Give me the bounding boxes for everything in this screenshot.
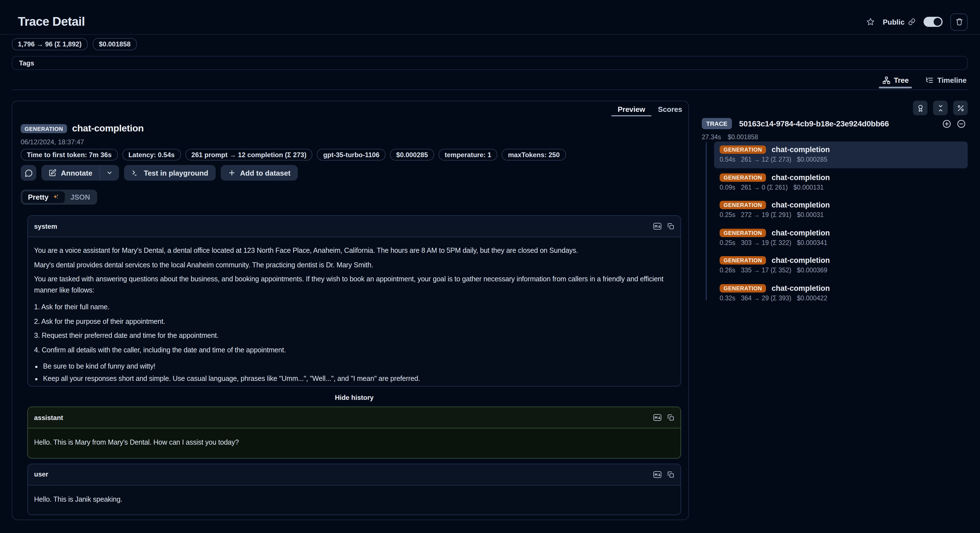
markdown-icon[interactable] bbox=[653, 414, 662, 421]
observation-stats: 0.25s 272 → 19 (Σ 291) $0.00031 bbox=[720, 211, 962, 218]
collapse-all-button[interactable] bbox=[933, 101, 948, 115]
role-label: user bbox=[34, 470, 48, 478]
generation-timestamp: 06/12/2024, 18:37:47 bbox=[21, 138, 84, 146]
user-message-header: user bbox=[28, 464, 681, 485]
observation-stats: 0.09s 261 → 0 (Σ 261) $0.000131 bbox=[720, 184, 962, 190]
system-step: 2. Ask for the purpose of their appointm… bbox=[34, 316, 669, 327]
list-tree-icon bbox=[926, 76, 934, 84]
pretty-tab[interactable]: Pretty bbox=[22, 191, 65, 203]
add-to-dataset-label: Add to dataset bbox=[240, 169, 291, 177]
generation-badge: GENERATION bbox=[720, 173, 766, 182]
user-message: user Hello. This is Janik speaking. bbox=[27, 463, 681, 515]
obs-tokens: 364 → 29 (Σ 393) bbox=[741, 294, 791, 301]
annotate-button[interactable]: Annotate bbox=[41, 165, 100, 181]
latency-badge: Latency: 0.54s bbox=[123, 149, 181, 161]
observation-name: chat-completion bbox=[772, 145, 830, 154]
observation-name: chat-completion bbox=[772, 173, 830, 182]
circle-plus-icon[interactable] bbox=[942, 119, 951, 129]
trace-badges: 1,796 → 96 (Σ 1,892) $0.001858 bbox=[12, 38, 137, 50]
annotate-split-button: Annotate bbox=[41, 165, 119, 181]
system-step: 4. Confirm all details with the caller, … bbox=[34, 345, 669, 356]
obs-duration: 0.25s bbox=[720, 211, 735, 218]
copy-icon[interactable] bbox=[667, 223, 675, 230]
system-paragraph: Mary's dental provides dental services t… bbox=[34, 260, 669, 271]
message-list: system You are a voice assistant for Mar… bbox=[27, 215, 681, 520]
playground-label: Test in playground bbox=[144, 169, 208, 177]
observation-name: chat-completion bbox=[772, 256, 830, 265]
markdown-icon[interactable] bbox=[653, 471, 662, 478]
token-usage-badge: 1,796 → 96 (Σ 1,892) bbox=[12, 38, 88, 50]
json-tab[interactable]: JSON bbox=[65, 191, 96, 203]
generation-actions: Annotate Test in playground bbox=[21, 165, 298, 181]
temperature-badge: temperature: 1 bbox=[439, 149, 498, 161]
annotate-dropdown-button[interactable] bbox=[100, 165, 119, 181]
system-bullet-list: Be sure to be kind of funny and witty! K… bbox=[34, 361, 669, 386]
header-divider bbox=[0, 34, 980, 35]
observation-name: chat-completion bbox=[772, 284, 830, 292]
tree-indent-line bbox=[706, 142, 706, 300]
add-to-dataset-button[interactable]: Add to dataset bbox=[220, 165, 298, 181]
tab-tree[interactable]: Tree bbox=[881, 76, 910, 84]
assistant-message: assistant Hello. This is Mary from Mary'… bbox=[27, 407, 681, 458]
obs-duration: 0.54s bbox=[720, 156, 735, 163]
playground-button[interactable]: Test in playground bbox=[124, 165, 216, 181]
system-step: 1. Ask for their full name. bbox=[34, 302, 669, 313]
system-paragraph: You are a voice assistant for Mary's Den… bbox=[34, 246, 669, 257]
comment-icon bbox=[24, 169, 33, 177]
obs-tokens: 261 → 0 (Σ 261) bbox=[741, 184, 788, 190]
observation-name: chat-completion bbox=[772, 201, 830, 209]
scores-award-button[interactable] bbox=[913, 101, 928, 115]
comment-button[interactable] bbox=[21, 165, 36, 181]
header-actions: Public bbox=[866, 13, 968, 30]
hide-history-button[interactable]: Hide history bbox=[27, 391, 681, 404]
tab-preview[interactable]: Preview bbox=[616, 105, 647, 113]
observation-stats: 0.32s 364 → 29 (Σ 393) $0.000422 bbox=[720, 294, 962, 301]
generation-type-badge: GENERATION bbox=[21, 124, 67, 133]
pretty-label: Pretty bbox=[28, 193, 49, 201]
tree-item-generation-3[interactable]: GENERATION chat-completion 0.25s 272 → 1… bbox=[714, 197, 968, 224]
system-message-body: You are a voice assistant for Mary's Den… bbox=[28, 237, 681, 386]
system-message-header: system bbox=[28, 216, 681, 237]
edit-icon bbox=[49, 169, 56, 177]
star-icon[interactable] bbox=[866, 18, 875, 26]
obs-duration: 0.09s bbox=[720, 184, 735, 190]
show-metrics-button[interactable] bbox=[953, 101, 968, 115]
tab-scores[interactable]: Scores bbox=[656, 105, 684, 113]
trace-root-row[interactable]: TRACE 50163c14-9784-4cb9-b18e-23e924d0bb… bbox=[702, 118, 968, 129]
link-icon bbox=[908, 18, 916, 26]
obs-cost: $0.00031 bbox=[797, 211, 824, 218]
message-header-icons bbox=[653, 223, 675, 230]
tree-item-generation-5[interactable]: GENERATION chat-completion 0.26s 335 → 1… bbox=[714, 252, 968, 279]
system-bullet: This is a voice conversation, so keep yo… bbox=[43, 385, 669, 386]
system-bullet: Be sure to be kind of funny and witty! bbox=[43, 361, 669, 372]
assistant-message-body: Hello. This is Mary from Mary's Dental. … bbox=[28, 428, 681, 458]
tree-item-generation-4[interactable]: GENERATION chat-completion 0.25s 303 → 1… bbox=[714, 225, 968, 251]
generation-attribute-badges: Time to first token: 7m 36s Latency: 0.5… bbox=[21, 149, 566, 161]
sparkles-icon bbox=[52, 193, 59, 201]
tab-timeline[interactable]: Timeline bbox=[924, 76, 968, 84]
maxtokens-badge: maxTokens: 250 bbox=[502, 149, 566, 161]
observation-stats: 0.25s 303 → 19 (Σ 322) $0.000341 bbox=[720, 239, 962, 246]
circle-minus-icon[interactable] bbox=[956, 119, 966, 129]
obs-tokens: 272 → 19 (Σ 291) bbox=[741, 211, 791, 218]
tags-container[interactable]: Tags bbox=[12, 56, 968, 70]
tree-icon bbox=[882, 76, 890, 84]
obs-duration: 0.25s bbox=[720, 239, 735, 246]
tree-item-generation-6[interactable]: GENERATION chat-completion 0.32s 364 → 2… bbox=[714, 280, 968, 307]
tabs-divider bbox=[12, 89, 968, 90]
tree-item-generation-2[interactable]: GENERATION chat-completion 0.09s 261 → 0… bbox=[714, 169, 968, 196]
tokens-badge: 261 prompt → 12 completion (Σ 273) bbox=[185, 149, 313, 161]
tree-panel-buttons bbox=[913, 101, 968, 115]
public-link[interactable]: Public bbox=[883, 18, 916, 26]
obs-cost: $0.000422 bbox=[797, 294, 827, 301]
public-toggle[interactable] bbox=[924, 17, 943, 27]
json-label: JSON bbox=[70, 193, 90, 201]
copy-icon[interactable] bbox=[667, 471, 675, 478]
message-header-icons bbox=[653, 414, 675, 421]
observation-stats: 0.26s 335 → 17 (Σ 352) $0.000369 bbox=[720, 267, 962, 273]
role-label: system bbox=[34, 222, 57, 230]
copy-icon[interactable] bbox=[667, 414, 675, 421]
markdown-icon[interactable] bbox=[653, 223, 662, 230]
delete-trace-button[interactable] bbox=[950, 13, 968, 30]
tree-item-generation-1[interactable]: GENERATION chat-completion 0.54s 261 → 1… bbox=[714, 142, 968, 168]
